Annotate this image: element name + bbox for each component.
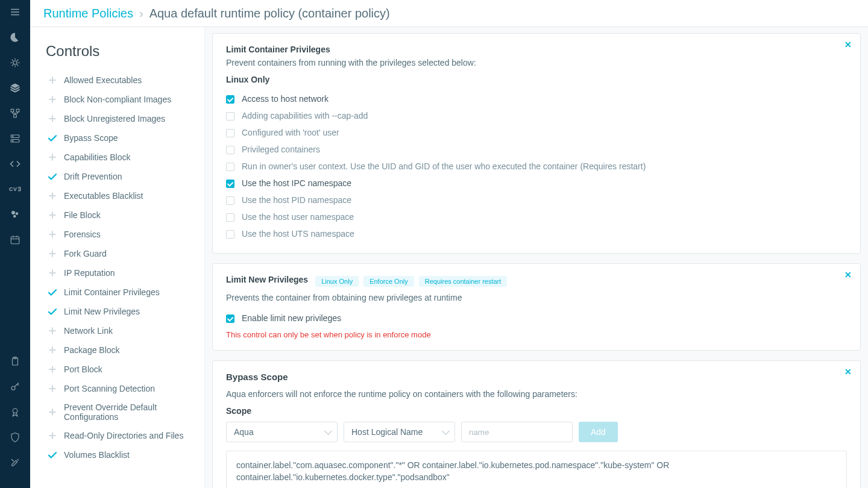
control-item[interactable]: Block Unregistered Images <box>46 109 197 128</box>
control-item[interactable]: Limit Container Privileges <box>46 283 197 302</box>
control-item[interactable]: Bypass Scope <box>46 128 197 148</box>
control-item[interactable]: Prevent Override Default Configurations <box>46 398 197 426</box>
dashboard-icon[interactable] <box>9 31 21 43</box>
control-item[interactable]: Limit New Privileges <box>46 302 197 321</box>
close-icon[interactable]: ✕ <box>844 367 852 377</box>
privilege-option[interactable]: Access to host network <box>226 90 847 107</box>
section-label: Linux Only <box>226 75 847 84</box>
svg-point-3 <box>13 61 17 64</box>
shield-icon[interactable] <box>9 431 21 443</box>
code-icon[interactable] <box>9 158 21 170</box>
tools-icon[interactable] <box>9 457 21 469</box>
server-icon[interactable] <box>9 133 21 145</box>
control-item[interactable]: Forensics <box>46 225 197 244</box>
svg-line-8 <box>12 60 13 61</box>
card-bypass-scope: ✕ Bypass Scope Aqua enforcers will not e… <box>212 360 861 488</box>
option-label: Use the host PID namespace <box>242 195 351 205</box>
plus-icon <box>47 75 58 86</box>
svg-point-23 <box>11 211 15 214</box>
control-item[interactable]: Read-Only Directories and Files <box>46 426 197 445</box>
control-item-label: Limit Container Privileges <box>64 287 160 297</box>
control-item[interactable]: Executables Blacklist <box>46 186 197 205</box>
plus-icon <box>47 113 58 124</box>
select-namespace[interactable]: Aqua <box>226 422 338 442</box>
plus-icon <box>47 152 58 163</box>
control-item[interactable]: Network Link <box>46 321 197 340</box>
plus-icon <box>47 407 58 418</box>
checkbox-icon <box>226 112 234 120</box>
plus-icon <box>47 229 58 240</box>
checkbox-icon <box>226 230 234 239</box>
network-icon[interactable] <box>9 107 21 119</box>
control-item[interactable]: Fork Guard <box>46 244 197 263</box>
option-label: Use the host UTS namespace <box>242 229 354 239</box>
cluster-icon[interactable] <box>9 208 21 221</box>
control-item[interactable]: Port Scanning Detection <box>46 379 197 398</box>
control-item-label: Port Block <box>64 364 102 374</box>
privilege-option[interactable]: Use the host user namespace <box>226 208 847 225</box>
checkbox-label: Enable limit new privileges <box>242 313 341 323</box>
checkbox-enable-limit-new-privileges[interactable]: Enable limit new privileges <box>226 310 847 327</box>
privilege-option[interactable]: Use the host PID namespace <box>226 192 847 208</box>
plus-icon <box>47 345 58 355</box>
tag: Linux Only <box>315 276 359 287</box>
svg-point-24 <box>16 212 19 215</box>
privilege-option[interactable]: Adding capabilities with --cap-add <box>226 107 847 124</box>
control-item-label: Network Link <box>64 326 113 336</box>
plus-icon <box>47 210 58 221</box>
plus-icon <box>47 248 58 259</box>
checkbox-icon <box>226 95 234 104</box>
card-title: Limit New Privileges <box>226 275 308 284</box>
scope-expression[interactable]: container.label."com.aquasec.component".… <box>226 451 847 488</box>
warning-text: This control can only be set when policy… <box>226 330 847 339</box>
checkbox-icon <box>226 146 234 154</box>
privilege-option[interactable]: Use the host UTS namespace <box>226 225 847 242</box>
tag: Enforce Only <box>363 276 414 287</box>
control-item-label: Volumes Blacklist <box>64 450 130 460</box>
calendar-icon[interactable] <box>9 234 21 246</box>
svg-point-25 <box>13 215 16 218</box>
chevron-right-icon: › <box>139 7 143 20</box>
clipboard-icon[interactable] <box>9 355 21 368</box>
control-item[interactable]: Capabilities Block <box>46 148 197 167</box>
control-item[interactable]: Allowed Executables <box>46 70 197 90</box>
select-attribute[interactable]: Host Logical Name <box>344 422 455 442</box>
close-icon[interactable]: ✕ <box>844 270 852 280</box>
checkbox-icon <box>226 129 234 137</box>
key-icon[interactable] <box>9 381 21 393</box>
control-item-label: Fork Guard <box>64 249 107 258</box>
privilege-option[interactable]: Configured with 'root' user <box>226 124 847 141</box>
menu-icon[interactable] <box>9 6 21 18</box>
option-label: Use the host IPC namespace <box>242 178 351 188</box>
breadcrumb: Runtime Policies › Aqua default runtime … <box>43 7 390 20</box>
card-subtitle: Prevent containers from running with the… <box>226 58 847 67</box>
add-button[interactable]: Add <box>579 422 618 442</box>
close-icon[interactable]: ✕ <box>844 40 852 49</box>
breadcrumb-link[interactable]: Runtime Policies <box>43 7 133 20</box>
control-item[interactable]: File Block <box>46 205 197 225</box>
svg-line-9 <box>17 64 18 66</box>
privilege-option[interactable]: Run in owner's user context. Use the UID… <box>226 158 847 175</box>
control-item[interactable]: Port Block <box>46 360 197 379</box>
svg-line-11 <box>17 60 18 61</box>
control-item[interactable]: Volumes Blacklist <box>46 445 197 465</box>
wheel-icon[interactable] <box>9 57 21 69</box>
privilege-option[interactable]: Privileged containers <box>226 141 847 158</box>
control-item[interactable]: Block Non-compliant Images <box>46 90 197 109</box>
control-item[interactable]: Package Block <box>46 340 197 360</box>
cve-icon[interactable]: CV∃ <box>9 183 21 195</box>
input-name[interactable] <box>461 422 573 442</box>
checkbox-icon <box>226 180 234 188</box>
control-item[interactable]: IP Reputation <box>46 263 197 283</box>
control-item-label: IP Reputation <box>64 268 115 278</box>
option-label: Configured with 'root' user <box>242 128 339 137</box>
option-label: Privileged containers <box>242 145 320 154</box>
option-label: Adding capabilities with --cap-add <box>242 111 368 120</box>
badge-icon[interactable] <box>9 406 21 418</box>
privilege-option[interactable]: Use the host IPC namespace <box>226 175 847 192</box>
stack-icon[interactable] <box>9 82 21 94</box>
card-limit-new-privileges: ✕ Limit New Privileges Linux OnlyEnforce… <box>212 263 861 351</box>
plus-icon <box>47 190 58 201</box>
control-item[interactable]: Drift Prevention <box>46 167 197 186</box>
card-limit-container-privileges: ✕ Limit Container Privileges Prevent con… <box>212 33 861 254</box>
